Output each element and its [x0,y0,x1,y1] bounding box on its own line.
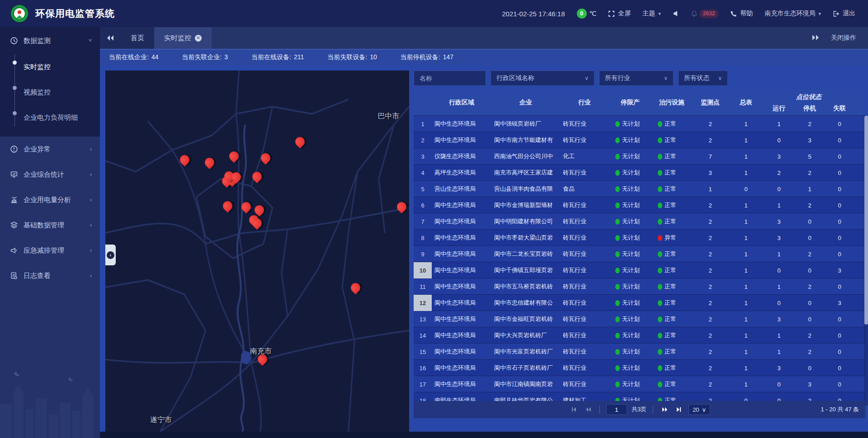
status-filter-select[interactable]: 所有状态 ∨ [678,71,728,86]
divider [599,405,600,414]
mute-button[interactable] [673,10,679,17]
fullscreen-button[interactable]: 全屏 [608,9,631,18]
table-row[interactable]: 13 阆中生态环境局 阆中市金福旺页岩机砖 砖瓦行业 无计划 正常 2 1 3 … [414,311,865,327]
table-scrollbar[interactable] [864,116,868,405]
map-canvas[interactable]: ‹ 巴中市南充市遂宁市 [105,71,409,432]
cell-production: 无计划 [609,152,651,160]
sidebar-item-power-usage-analysis[interactable]: 企业用电量分析 ‹ [0,187,100,212]
next-page-button[interactable] [660,405,670,414]
industry-filter-select[interactable]: 所有行业 ∨ [599,71,674,86]
enterprise-table: 行政区域 企业 行业 停限产 治污设施 监测点 总表 点位状态 运行 停机 失联 [414,89,865,424]
chevron-left-icon: ‹ [90,171,92,178]
table-row[interactable]: 4 高坪生态环境局 南充市高坪区王家店建 砖瓦行业 无计划 正常 3 1 2 2… [414,165,865,181]
status-dot [615,349,620,355]
speaker-icon [673,10,679,17]
sidebar-item-emergency-reduction[interactable]: 应急减排管理 ‹ [0,238,100,263]
chevron-down-icon: ∨ [718,75,722,81]
cell-company: 阆中明阳建材有限公司 [491,217,560,226]
last-page-button[interactable] [674,405,684,414]
cell-region: 阆中生态环境局 [432,217,491,226]
cell-total: 1 [728,235,764,241]
cell-monitor: 1 [692,186,728,193]
table-row[interactable]: 16 阆中生态环境局 阆中市石子页岩机砖厂 砖瓦行业 无计划 正常 2 1 3 … [414,360,865,376]
chevron-left-icon: ‹ [90,247,92,254]
cell-production: 无计划 [609,283,651,291]
first-page-button[interactable] [569,405,579,414]
prev-page-button[interactable] [583,405,593,414]
map-roads [105,71,409,432]
region-filter-select[interactable]: 行政区域名称 ∨ [491,71,594,86]
tabs-scroll-left-button[interactable] [100,27,121,49]
page-number-input[interactable] [606,404,627,415]
sidebar-item-data-monitoring[interactable]: 数据监测 ˅ [0,27,100,54]
table-row[interactable]: 18 南部生态环境局 南部县砖华页岩有限公 建材加工 无计划 正常 2 0 0 … [414,392,865,401]
name-filter-input[interactable] [420,75,480,82]
status-dot [615,121,620,127]
status-dot [615,186,620,192]
cell-facility: 正常 [651,396,692,401]
notifications-button[interactable]: 2632 [691,9,719,18]
status-text: 无计划 [622,201,640,209]
status-text: 正常 [665,348,676,356]
sidebar-item-label: 应急减排管理 [24,246,85,255]
table-row[interactable]: 5 营山生态环境局 营山县润丰肉食品有限 食品 无计划 正常 1 0 0 1 0 [414,181,865,197]
tab-realtime-monitoring[interactable]: 实时监控 ✕ [154,27,212,49]
status-text: 正常 [665,250,676,258]
cell-monitor: 2 [692,300,728,306]
cell-production: 无计划 [609,266,651,274]
status-summary-bar: 当前在线企业: 44 当前失联企业: 3 当前在线设备: 211 当前失联设备:… [100,50,868,65]
logout-button[interactable]: 退出 [833,9,855,18]
cell-lost: 0 [825,397,854,401]
table-row[interactable]: 15 阆中生态环境局 阆中市光富页岩机砖厂 砖瓦行业 无计划 正常 2 1 1 … [414,344,865,360]
cell-run: 0 [764,186,794,193]
name-filter-field[interactable] [414,71,486,86]
org-dropdown[interactable]: 南充市生态环境局 ▾ [764,9,821,18]
table-row[interactable]: 10 阆中生态环境局 阆中千佛镇五郎垭页岩 砖瓦行业 无计划 正常 2 1 0 … [414,262,865,278]
close-operations-button[interactable]: 关闭操作 [831,34,856,42]
sidebar-item-basic-data-management[interactable]: 基础数据管理 ‹ [0,212,100,238]
cell-lost: 0 [825,153,854,160]
sidebar-item-enterprise-statistics[interactable]: 企业综合统计 ‹ [0,162,100,187]
table-row[interactable]: 7 阆中生态环境局 阆中明阳建材有限公司 砖瓦行业 无计划 正常 2 1 3 0… [414,213,865,230]
sidebar-item-video-monitoring[interactable]: 视频监控 [0,80,100,105]
sidebar-item-enterprise-abnormal[interactable]: 企业异常 ‹ [0,137,100,162]
sidebar-item-power-load-detail[interactable]: 企业电力负荷明细 [0,105,100,130]
cell-lost: 0 [825,235,854,241]
table-row[interactable]: 8 阆中生态环境局 阆中市枣碧大梁山页岩 砖瓦行业 无计划 异常 2 1 3 0… [414,230,865,246]
tab-home[interactable]: 首页 [121,27,154,49]
theme-dropdown[interactable]: 主题 ▾ [642,9,661,18]
page-size-select[interactable]: 20 ∨ [689,404,710,415]
row-num: 14 [414,327,432,344]
table-row[interactable]: 11 阆中生态环境局 阆中市五马桥页岩机砖 砖瓦行业 无计划 正常 2 1 1 … [414,278,865,295]
table-row[interactable]: 14 阆中生态环境局 阆中大兴页岩机砖厂 砖瓦行业 无计划 正常 2 1 1 2… [414,327,865,344]
sidebar-item-label: 日志查看 [24,272,85,280]
log-file-icon [10,272,18,280]
filter-bar: 行政区域名称 ∨ 所有行业 ∨ 所有状态 ∨ [414,71,865,86]
table-row[interactable]: 6 阆中生态环境局 阆中市金博瑞新型墙材 砖瓦行业 无计划 正常 2 1 1 2… [414,197,865,213]
sidebar-item-realtime-monitoring[interactable]: 实时监控 [0,54,100,80]
cell-run: 3 [764,365,794,372]
cell-company: 阆中市南方节能建材有 [491,136,560,144]
status-text: 正常 [665,266,676,274]
cell-region: 阆中生态环境局 [432,250,491,258]
table-row[interactable]: 17 阆中生态环境局 阆中市江南镇阆南页岩 砖瓦行业 无计划 正常 2 1 0 … [414,376,865,392]
table-row[interactable]: 2 阆中生态环境局 阆中市南方节能建材有 砖瓦行业 无计划 正常 2 1 0 3… [414,132,865,148]
help-button[interactable]: 帮助 [730,9,753,18]
tabs-scroll-right-button[interactable] [812,34,819,42]
table-row[interactable]: 9 阆中生态环境局 阆中市二龙长宝页岩砖 砖瓦行业 无计划 正常 2 1 1 2… [414,246,865,262]
sidebar-collapse-button[interactable]: ‹ [105,245,116,265]
table-row[interactable]: 1 阆中生态环境局 阆中强锐页岩砖厂 砖瓦行业 无计划 正常 2 1 1 2 0 [414,116,865,132]
sidebar-item-log-view[interactable]: 日志查看 ‹ [0,263,100,288]
table-row[interactable]: 12 阆中生态环境局 阆中市忠信建材有限公 砖瓦行业 无计划 正常 2 1 0 … [414,295,865,311]
cell-total: 0 [728,397,764,401]
cell-region: 仪陇生态环境局 [432,152,491,160]
cell-stop: 0 [794,235,825,241]
row-num: 11 [414,278,432,295]
status-text: 无计划 [622,169,640,177]
cell-industry: 砖瓦行业 [560,315,609,323]
scrollbar-thumb[interactable] [864,116,868,325]
chevron-left-icon: ‹ [107,251,114,259]
table-row[interactable]: 3 仪陇生态环境局 西南油气田分公司川中 化工 无计划 正常 7 1 3 5 0 [414,148,865,165]
tab-close-icon[interactable]: ✕ [195,35,202,42]
stat-online-enterprises: 当前在线企业: 44 [109,53,158,61]
